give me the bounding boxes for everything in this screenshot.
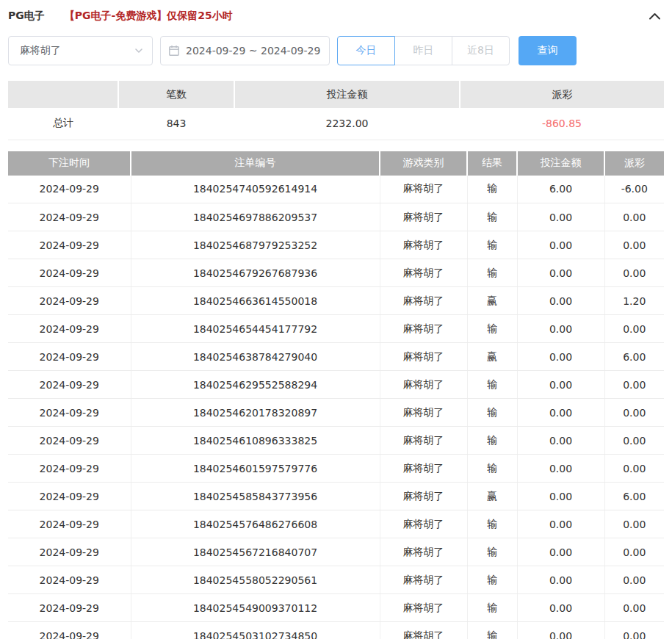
bet-date-cell: 2024-09-29 <box>8 455 131 483</box>
col-header-result: 结果 <box>467 151 517 176</box>
table-row: 2024-09-29 1840254663614550018 麻将胡了 赢 0.… <box>8 287 664 315</box>
bet-amount-cell: 0.00 <box>517 594 604 622</box>
payout-cell: 0.00 <box>604 259 664 287</box>
col-header-game-type: 游戏类别 <box>380 151 467 176</box>
payout-cell: 0.00 <box>604 510 664 538</box>
result-cell: 赢 <box>467 483 517 510</box>
date-range-picker[interactable]: 2024-09-29 ~ 2024-09-29 <box>160 36 330 65</box>
bet-number-cell: 1840254620178320897 <box>131 399 380 427</box>
bet-date-cell: 2024-09-29 <box>8 399 131 427</box>
bet-date-cell: 2024-09-29 <box>8 622 131 639</box>
result-cell: 输 <box>467 259 517 287</box>
bet-date-cell: 2024-09-29 <box>8 231 131 259</box>
bet-amount-cell: 0.00 <box>517 455 604 483</box>
bet-date-cell: 2024-09-29 <box>8 371 131 399</box>
result-cell: 输 <box>467 399 517 427</box>
game-type-cell: 麻将胡了 <box>380 566 467 594</box>
bet-date-cell: 2024-09-29 <box>8 510 131 538</box>
bet-amount-cell: 0.00 <box>517 622 604 639</box>
payout-cell: 0.00 <box>604 427 664 455</box>
game-type-cell: 麻将胡了 <box>380 176 467 203</box>
summary-table: 笔数 投注金额 派彩 总计 843 2232.00 -860.85 <box>8 81 664 140</box>
col-header-bet-number: 注单编号 <box>131 151 380 176</box>
calendar-icon <box>168 45 180 57</box>
result-cell: 输 <box>467 371 517 399</box>
bet-amount-cell: 0.00 <box>517 259 604 287</box>
table-row: 2024-09-29 1840254629552588294 麻将胡了 输 0.… <box>8 371 664 399</box>
quick-today-button[interactable]: 今日 <box>337 36 395 65</box>
chevron-up-icon[interactable] <box>646 9 664 24</box>
game-type-cell: 麻将胡了 <box>380 483 467 510</box>
game-type-cell: 麻将胡了 <box>380 538 467 566</box>
bet-amount-cell: 0.00 <box>517 427 604 455</box>
col-header-bet-amount: 投注金额 <box>517 151 604 176</box>
bet-number-cell: 1840254601597579776 <box>131 455 380 483</box>
bet-number-cell: 1840254687979253252 <box>131 231 380 259</box>
payout-cell: 0.00 <box>604 315 664 343</box>
bet-number-cell: 1840254610896333825 <box>131 427 380 455</box>
bet-table-header-row: 下注时间 注单编号 游戏类别 结果 投注金额 派彩 <box>8 151 664 176</box>
bet-amount-cell: 0.00 <box>517 510 604 538</box>
quick-yesterday-button[interactable]: 昨日 <box>394 36 452 65</box>
bet-amount-cell: 0.00 <box>517 483 604 510</box>
bet-date-cell: 2024-09-29 <box>8 315 131 343</box>
payout-cell: 6.00 <box>604 343 664 371</box>
game-type-cell: 麻将胡了 <box>380 315 467 343</box>
game-type-cell: 麻将胡了 <box>380 427 467 455</box>
game-select[interactable]: 麻将胡了 <box>8 36 153 65</box>
bet-number-cell: 1840254638784279040 <box>131 343 380 371</box>
quick-last8days-button[interactable]: 近8日 <box>452 36 510 65</box>
payout-cell: -6.00 <box>604 176 664 203</box>
page-title: PG电子 <box>8 10 45 23</box>
bet-amount-cell: 0.00 <box>517 203 604 231</box>
game-select-value: 麻将胡了 <box>20 44 134 57</box>
col-header-bet-time: 下注时间 <box>8 151 131 176</box>
result-cell: 输 <box>467 594 517 622</box>
table-row: 2024-09-29 1840254610896333825 麻将胡了 输 0.… <box>8 427 664 455</box>
bet-records-panel: PG电子 【PG电子-免费游戏】仅保留25小时 麻将胡了 <box>0 0 672 639</box>
summary-header-blank <box>8 81 118 108</box>
bet-number-cell: 1840254740592614914 <box>131 176 380 203</box>
payout-cell: 6.00 <box>604 483 664 510</box>
bet-number-cell: 1840254663614550018 <box>131 287 380 315</box>
bet-date-cell: 2024-09-29 <box>8 203 131 231</box>
game-type-cell: 麻将胡了 <box>380 343 467 371</box>
table-row: 2024-09-29 1840254567216840707 麻将胡了 输 0.… <box>8 538 664 566</box>
result-cell: 输 <box>467 622 517 639</box>
game-type-cell: 麻将胡了 <box>380 399 467 427</box>
table-row: 2024-09-29 1840254549009370112 麻将胡了 输 0.… <box>8 594 664 622</box>
result-cell: 输 <box>467 566 517 594</box>
game-type-cell: 麻将胡了 <box>380 231 467 259</box>
bet-amount-cell: 0.00 <box>517 231 604 259</box>
top-bar: PG电子 【PG电子-免费游戏】仅保留25小时 <box>8 0 664 31</box>
bet-date-cell: 2024-09-29 <box>8 287 131 315</box>
filter-bar: 麻将胡了 2024-09-29 ~ 2024-09-29 今日 昨日 <box>8 36 664 65</box>
payout-cell: 0.00 <box>604 231 664 259</box>
game-type-cell: 麻将胡了 <box>380 594 467 622</box>
table-row: 2024-09-29 1840254679267687936 麻将胡了 输 0.… <box>8 259 664 287</box>
date-range-value: 2024-09-29 ~ 2024-09-29 <box>186 45 320 57</box>
summary-header-count: 笔数 <box>118 81 234 108</box>
bet-date-cell: 2024-09-29 <box>8 427 131 455</box>
result-cell: 输 <box>467 176 517 203</box>
table-row: 2024-09-29 1840254697886209537 麻将胡了 输 0.… <box>8 203 664 231</box>
game-type-cell: 麻将胡了 <box>380 455 467 483</box>
summary-header-row: 笔数 投注金额 派彩 <box>8 81 664 108</box>
bet-date-cell: 2024-09-29 <box>8 538 131 566</box>
bet-amount-cell: 0.00 <box>517 371 604 399</box>
table-row: 2024-09-29 1840254620178320897 麻将胡了 输 0.… <box>8 399 664 427</box>
bet-number-cell: 1840254576486276608 <box>131 510 380 538</box>
bet-amount-cell: 0.00 <box>517 399 604 427</box>
summary-header-payout: 派彩 <box>460 81 664 108</box>
result-cell: 输 <box>467 203 517 231</box>
query-button[interactable]: 查询 <box>519 36 577 65</box>
chevron-down-icon <box>134 46 143 55</box>
table-row: 2024-09-29 1840254576486276608 麻将胡了 输 0.… <box>8 510 664 538</box>
result-cell: 输 <box>467 455 517 483</box>
bet-date-cell: 2024-09-29 <box>8 343 131 371</box>
bet-date-cell: 2024-09-29 <box>8 483 131 510</box>
bet-table: 下注时间 注单编号 游戏类别 结果 投注金额 派彩 2024-09-29 184… <box>8 151 664 639</box>
bet-table-body: 2024-09-29 1840254740592614914 麻将胡了 输 6.… <box>8 176 664 639</box>
bet-amount-cell: 0.00 <box>517 566 604 594</box>
game-type-cell: 麻将胡了 <box>380 203 467 231</box>
